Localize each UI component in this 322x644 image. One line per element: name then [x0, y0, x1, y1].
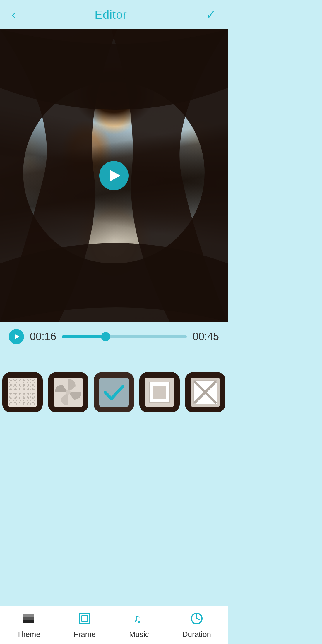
nav-item-frame[interactable]: Frame: [68, 609, 102, 642]
frame-pattern-4: [145, 378, 174, 407]
svg-rect-54: [79, 613, 90, 624]
svg-point-15: [28, 384, 29, 386]
svg-point-35: [10, 402, 12, 403]
svg-point-13: [19, 384, 20, 386]
frame-item-2[interactable]: [48, 372, 88, 412]
svg-point-29: [10, 397, 12, 399]
svg-point-27: [28, 393, 29, 395]
bottom-nav: Theme Frame ♫ Music Dura: [0, 606, 228, 644]
svg-point-38: [23, 402, 25, 403]
svg-point-23: [10, 393, 12, 395]
svg-point-10: [32, 380, 34, 381]
svg-point-21: [28, 388, 29, 390]
play-icon: [110, 170, 120, 181]
svg-point-8: [23, 380, 25, 381]
frame-pattern-1: [8, 378, 37, 407]
duration-label: Duration: [182, 630, 211, 639]
frame-item-3[interactable]: [94, 372, 134, 412]
timeline-play-button[interactable]: [9, 329, 24, 344]
check-svg: [99, 378, 129, 407]
back-button[interactable]: ‹: [12, 8, 16, 21]
current-time: 00:16: [30, 330, 56, 343]
svg-point-7: [19, 380, 20, 381]
svg-point-39: [28, 402, 29, 403]
svg-point-26: [23, 393, 25, 395]
frame-pattern-2: [54, 378, 83, 407]
svg-rect-52: [23, 617, 34, 620]
frame-label: Frame: [74, 630, 96, 639]
timeline-play-icon: [15, 334, 19, 339]
svg-point-33: [28, 397, 29, 399]
svg-text:♫: ♫: [133, 613, 142, 625]
svg-rect-51: [23, 620, 34, 623]
svg-point-17: [10, 388, 12, 390]
svg-rect-4: [8, 378, 37, 407]
play-button[interactable]: [99, 161, 129, 190]
dots-svg: [8, 378, 37, 407]
nav-item-theme[interactable]: Theme: [11, 609, 46, 642]
svg-point-32: [23, 397, 25, 399]
theme-icon: [21, 612, 35, 628]
page-title: Editor: [95, 8, 127, 21]
svg-rect-55: [82, 616, 88, 621]
nav-item-duration[interactable]: Duration: [177, 609, 217, 642]
svg-point-16: [32, 384, 34, 386]
svg-rect-53: [23, 614, 34, 617]
frame-selector: [0, 351, 228, 433]
svg-point-30: [14, 397, 16, 399]
svg-point-34: [32, 397, 34, 399]
svg-point-12: [14, 384, 16, 386]
frame-item-5[interactable]: [185, 372, 225, 412]
nav-item-music[interactable]: ♫ Music: [123, 609, 155, 642]
svg-rect-46: [153, 386, 166, 399]
frame-item-4[interactable]: [139, 372, 180, 412]
svg-point-31: [19, 397, 20, 399]
duration-icon: [190, 612, 204, 628]
pinwheel-svg: [54, 378, 83, 407]
theme-label: Theme: [17, 630, 40, 639]
svg-point-60: [196, 618, 198, 619]
music-icon: ♫: [132, 612, 146, 628]
svg-point-36: [14, 402, 16, 403]
scrubber-track[interactable]: [62, 335, 187, 338]
svg-point-40: [32, 402, 34, 403]
frame-icon: [78, 612, 92, 628]
svg-point-22: [32, 388, 34, 390]
confirm-button[interactable]: ✓: [206, 8, 216, 21]
svg-point-18: [14, 388, 16, 390]
scrubber-thumb[interactable]: [101, 332, 110, 341]
frame-pattern-5: [191, 378, 220, 407]
header: ‹ Editor ✓: [0, 0, 228, 29]
frame-pattern-3: [99, 378, 129, 407]
svg-point-42: [66, 390, 71, 395]
music-label: Music: [129, 630, 149, 639]
total-time: 00:45: [193, 330, 219, 343]
svg-point-9: [28, 380, 29, 381]
svg-point-24: [14, 393, 16, 395]
timeline-area: 00:16 00:45: [0, 322, 228, 351]
svg-point-37: [19, 402, 20, 403]
svg-point-20: [23, 388, 25, 390]
svg-point-11: [10, 384, 12, 386]
svg-point-6: [14, 380, 16, 381]
square-svg: [145, 378, 174, 407]
frame-item-1[interactable]: [2, 372, 43, 412]
scrubber-fill: [62, 335, 106, 338]
svg-point-25: [19, 393, 20, 395]
svg-point-14: [23, 384, 25, 386]
svg-point-19: [19, 388, 20, 390]
svg-point-28: [32, 393, 34, 395]
x-svg: [191, 378, 220, 407]
svg-point-5: [10, 380, 12, 381]
video-preview: [0, 29, 228, 322]
